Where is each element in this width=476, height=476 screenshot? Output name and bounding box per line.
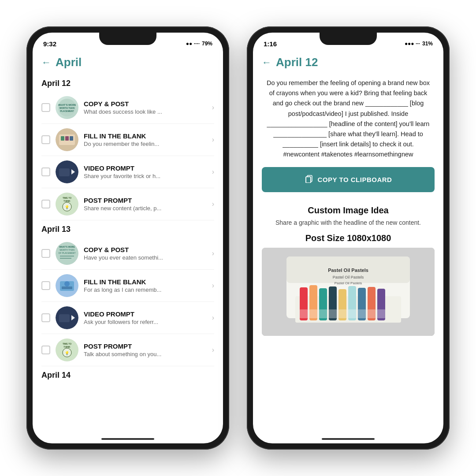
detail-content: Do you remember the feeling of opening a… — [253, 74, 443, 441]
list-item[interactable]: TIME TOTHINK💡 POST PROMPT Share new cont… — [41, 188, 214, 220]
svg-text:💡: 💡 — [65, 351, 69, 355]
nav-header-right: ← April 12 — [253, 52, 443, 74]
svg-rect-52 — [309, 309, 317, 318]
item-subtitle: Ask your followers for referr... — [84, 319, 207, 325]
list-item[interactable]: FILL IN THE BLANK For as long as I can r… — [41, 270, 214, 302]
thumbnail-video-prompt-1 — [56, 160, 78, 183]
chevron-icon: › — [212, 104, 214, 112]
svg-text:THINK: THINK — [63, 200, 71, 202]
chevron-icon: › — [212, 136, 214, 144]
chevron-icon: › — [212, 314, 214, 322]
custom-image-section: Custom Image Idea Share a graphic with t… — [262, 201, 435, 340]
signal-icon-right: ●●● ··· — [405, 41, 420, 47]
section-header-april13: April 13 — [41, 220, 214, 238]
image-preview: Pastel Oil Pastels Pastel Oil Pastels Pa… — [262, 248, 435, 336]
phone-screen-right: 1:16 ●●● ··· 31% ← April 12 Do you remem… — [253, 33, 443, 443]
item-subtitle: Share new content (article, p... — [84, 205, 207, 212]
chevron-icon: › — [212, 282, 214, 290]
screen-content-left: April 12 WHAT'S MOREWORTH THANPLACEMENT … — [33, 74, 223, 441]
battery-right: 31% — [422, 41, 433, 47]
clipboard-icon — [305, 174, 313, 185]
item-type: VIDEO PROMPT — [84, 164, 207, 172]
svg-point-26 — [64, 281, 70, 286]
status-time-right: 1:16 — [264, 40, 277, 48]
notch-right — [320, 33, 377, 45]
section-header-april14: April 14 — [41, 366, 214, 383]
checkbox[interactable] — [41, 313, 50, 322]
copy-to-clipboard-button[interactable]: COPY TO CLIPBOARD — [262, 167, 435, 192]
thumbnail-fill-blank-2 — [56, 274, 78, 297]
page-title-right: April 12 — [276, 56, 318, 69]
list-text: FILL IN THE BLANK Do you remember the fe… — [84, 132, 207, 147]
checkbox[interactable] — [41, 346, 50, 354]
svg-text:WORTH THAN: WORTH THAN — [60, 107, 75, 109]
thumbnail-post-prompt-1: TIME TOTHINK💡 — [56, 193, 78, 216]
item-subtitle: Do you remember the feelin... — [84, 141, 207, 147]
back-arrow-right[interactable]: ← — [262, 57, 271, 68]
home-indicator-right — [322, 438, 375, 440]
list-item[interactable]: TIME TOTHINK💡 POST PROMPT Talk about som… — [41, 334, 214, 366]
svg-rect-8 — [70, 136, 73, 141]
list-text: POST PROMPT Share new content (article, … — [84, 197, 207, 212]
svg-text:TIME TO: TIME TO — [63, 342, 71, 345]
checkbox[interactable] — [41, 249, 50, 258]
svg-rect-57 — [358, 309, 366, 318]
item-subtitle: Share your favorite trick or h... — [84, 173, 207, 179]
post-text: Do you remember the feeling of opening a… — [262, 74, 435, 167]
svg-rect-7 — [65, 136, 69, 141]
checkbox[interactable] — [41, 135, 50, 144]
svg-text:Pastel Oil Pastels: Pastel Oil Pastels — [333, 275, 364, 279]
item-type: POST PROMPT — [84, 197, 207, 204]
status-icons-left: ●● ···· 79% — [186, 41, 212, 47]
checkbox[interactable] — [41, 167, 50, 176]
custom-image-title: Custom Image Idea — [262, 205, 435, 216]
checkbox[interactable] — [41, 103, 50, 112]
svg-rect-28 — [59, 314, 70, 322]
thumbnail-fill-blank-1 — [56, 128, 78, 151]
item-subtitle: Talk about something on you... — [84, 351, 207, 357]
list-item[interactable]: VIDEO PROMPT Share your favorite trick o… — [41, 156, 214, 188]
nav-header-left: ← April — [33, 52, 223, 74]
right-phone: 1:16 ●●● ··· 31% ← April 12 Do you remem… — [247, 26, 450, 450]
svg-rect-6 — [61, 136, 64, 141]
chevron-icon: › — [212, 168, 214, 176]
svg-rect-51 — [300, 309, 308, 318]
status-icons-right: ●●● ··· 31% — [405, 41, 433, 47]
custom-image-desc: Share a graphic with the headline of the… — [262, 219, 435, 226]
chevron-icon: › — [212, 200, 214, 208]
signal-icon-left: ●● ···· — [186, 41, 200, 47]
svg-rect-59 — [377, 309, 385, 318]
thumbnail-post-prompt-2: TIME TOTHINK💡 — [56, 338, 78, 361]
back-arrow-left[interactable]: ← — [41, 57, 51, 68]
thumbnail-video-prompt-2 — [56, 306, 78, 329]
checkbox[interactable] — [41, 200, 50, 208]
svg-text:Pastel Oil Pastels: Pastel Oil Pastels — [328, 268, 368, 273]
list-item[interactable]: FILL IN THE BLANK Do you remember the fe… — [41, 124, 214, 156]
svg-rect-55 — [338, 309, 346, 318]
list-item[interactable]: WHAT'S MOREWORTH THANOF PLACEMENT COPY &… — [41, 238, 214, 270]
list-item[interactable]: WHAT'S MOREWORTH THANPLACEMENT COPY & PO… — [41, 92, 214, 124]
svg-text:PLACEMENT: PLACEMENT — [60, 110, 74, 112]
item-type: VIDEO PROMPT — [84, 310, 207, 318]
item-subtitle: For as long as I can rememb... — [84, 286, 207, 293]
item-subtitle: Have you ever eaten somethi... — [84, 254, 207, 261]
home-indicator-left — [101, 438, 154, 440]
svg-text:Pastel Oil Pastels: Pastel Oil Pastels — [335, 281, 362, 285]
svg-rect-36 — [306, 177, 311, 183]
svg-rect-58 — [368, 309, 376, 318]
item-type: FILL IN THE BLANK — [84, 132, 207, 140]
thumbnail-copy-post-2: WHAT'S MOREWORTH THANOF PLACEMENT — [56, 242, 78, 265]
phone-frame-left: 9:32 ●● ···· 79% ← April April 12 — [26, 26, 229, 450]
checkbox[interactable] — [41, 281, 50, 290]
svg-text:WHAT'S MORE: WHAT'S MORE — [59, 245, 75, 248]
post-size-title: Post Size 476x476 — [262, 233, 435, 243]
chevron-icon: › — [212, 249, 214, 257]
list-text: FILL IN THE BLANK For as long as I can r… — [84, 278, 207, 293]
page-title-left: April — [56, 56, 82, 69]
svg-rect-54 — [329, 309, 337, 318]
phone-screen-left: 9:32 ●● ···· 79% ← April April 12 — [33, 33, 223, 443]
svg-text:💡: 💡 — [65, 205, 69, 209]
battery-left: 79% — [202, 41, 212, 47]
list-item[interactable]: VIDEO PROMPT Ask your followers for refe… — [41, 302, 214, 334]
svg-text:OF PLACEMENT: OF PLACEMENT — [59, 252, 76, 254]
